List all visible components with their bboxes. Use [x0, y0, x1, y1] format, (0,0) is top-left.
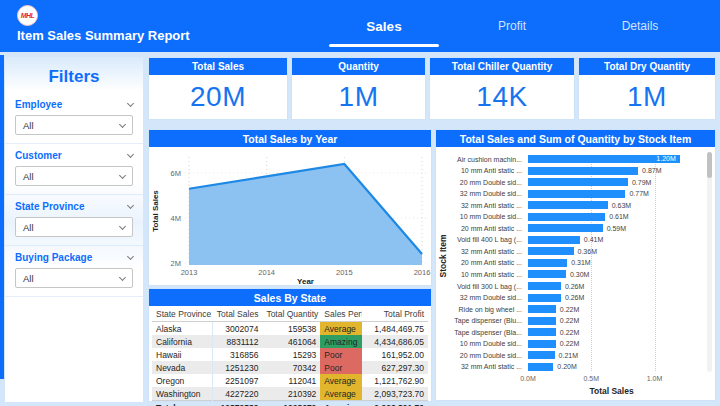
bar-value: 0.26M	[565, 294, 584, 301]
filter-customer-dropdown[interactable]: All	[15, 166, 133, 186]
bar-row: Air cushion machin...1.20M	[528, 155, 695, 163]
table-cell: 461064	[262, 335, 320, 348]
x-tick-label: 2016	[414, 268, 431, 277]
bar-chart-scrollbar-thumb[interactable]	[707, 152, 712, 178]
bar[interactable]	[528, 247, 574, 255]
total-cell: Total	[152, 401, 213, 406]
kpi-quantity[interactable]: Quantity 1M	[291, 57, 426, 120]
tab-details[interactable]: Details	[576, 0, 704, 52]
table-row[interactable]: California8831112461064Amazing4,434,686.…	[152, 335, 428, 348]
chevron-down-icon	[127, 151, 134, 158]
table-body: State ProvinceTotal SalesTotal QuantityS…	[149, 306, 431, 406]
filter-customer-header[interactable]: Customer	[15, 150, 133, 161]
filter-buying-package-header[interactable]: Buying Package	[15, 252, 133, 263]
chevron-down-icon	[119, 171, 126, 178]
bar-chart-plot: Stock Item Air cushion machin...1.20M10 …	[436, 147, 715, 400]
bar[interactable]	[528, 317, 556, 325]
table-row[interactable]: Washington4227220210392Average2,093,723.…	[152, 387, 428, 401]
tab-profit-label: Profit	[498, 19, 526, 33]
bar[interactable]	[528, 340, 556, 348]
table-cell: 316856	[213, 348, 263, 361]
table-row[interactable]: Hawaii31685615293Poor161,952.00	[152, 348, 428, 361]
table-cell: 1251230	[213, 361, 263, 374]
bar-row: 32 mm Anti static ...0.36M	[528, 247, 695, 255]
bar[interactable]	[528, 213, 605, 221]
sales-by-state-table: State ProvinceTotal SalesTotal QuantityS…	[152, 307, 428, 406]
filter-employee-dropdown[interactable]: All	[15, 115, 133, 135]
bar-value: 0.22M	[560, 306, 579, 313]
filter-employee-header[interactable]: Employee	[15, 99, 133, 110]
bar[interactable]	[528, 282, 561, 290]
filter-buying-package-label: Buying Package	[15, 252, 92, 263]
bar-row: 32 mm Double sid...0.77M	[528, 190, 695, 198]
bar[interactable]	[528, 270, 566, 278]
table-cell: 1,121,762.90	[362, 374, 428, 387]
bar-value: 0.30M	[570, 271, 589, 278]
bar-row: 10 mm Double sid...0.22M	[528, 340, 695, 348]
category-label: Tape dispenser (Bla...	[440, 329, 522, 336]
tab-sales[interactable]: Sales	[320, 0, 448, 52]
bar[interactable]	[528, 294, 561, 302]
filter-state-province: State Province All	[5, 195, 143, 246]
dashboard-page: MHL Item Sales Summary Report Sales Prof…	[0, 0, 720, 406]
bar[interactable]	[528, 259, 567, 267]
bar-row: 20 mm Double sid...0.21M	[528, 351, 695, 359]
table-row[interactable]: Nevada125123070342Poor627,297.30	[152, 361, 428, 374]
column-header-state-province[interactable]: State Province	[152, 307, 213, 322]
column-header-total-quantity[interactable]: Total Quantity	[262, 307, 320, 322]
filter-employee-label: Employee	[15, 99, 62, 110]
bar-row: 32 mm Anti static ...0.63M	[528, 201, 695, 209]
category-label: 20 mm Double sid...	[440, 179, 522, 186]
kpi-row: Total Sales 20M Quantity 1M Total Chille…	[148, 57, 716, 120]
bar-x-tick-label: 1.0M	[647, 375, 663, 382]
bar[interactable]	[528, 201, 608, 209]
table-row[interactable]: Alaska3002074159538Average1,484,469.75	[152, 322, 428, 336]
bar-chart-x-axis: 0.0M0.5M1.0M	[528, 375, 695, 385]
bar[interactable]	[528, 305, 556, 313]
filter-buying-package: Buying Package All	[5, 246, 143, 297]
bar-value: 0.26M	[565, 283, 584, 290]
bar[interactable]	[528, 178, 628, 186]
bar-value: 0.63M	[612, 202, 631, 209]
bar[interactable]	[528, 328, 556, 336]
table-cell: 3002074	[213, 322, 263, 336]
bar-row: 20 mm Anti static ...0.31M	[528, 259, 695, 267]
bar-value: 0.77M	[629, 190, 648, 197]
bar-value: 0.21M	[559, 352, 578, 359]
total-sales-by-year-chart: Total Sales by Year 2M4M6M20132014201520…	[148, 129, 432, 286]
filter-state-province-dropdown[interactable]: All	[15, 217, 133, 237]
kpi-chiller-quantity[interactable]: Total Chiller Quantity 14K	[429, 57, 575, 120]
bar-row: 20 mm Anti static ...0.59M	[528, 224, 695, 232]
bar-chart-scrollbar[interactable]	[707, 152, 712, 372]
total-cell: 9,923,891.70	[362, 401, 428, 406]
kpi-chiller-quantity-label: Total Chiller Quantity	[430, 58, 574, 75]
column-header-sales-perf[interactable]: Sales Perf.	[320, 307, 361, 322]
table-row[interactable]: Oregon2251097112041Average1,121,762.90	[152, 374, 428, 387]
bar[interactable]	[528, 167, 638, 175]
bar[interactable]	[528, 224, 603, 232]
bar[interactable]	[528, 236, 580, 244]
kpi-total-sales[interactable]: Total Sales 20M	[148, 57, 288, 120]
bar-value: 0.22M	[560, 317, 579, 324]
kpi-total-sales-value: 20M	[149, 75, 287, 119]
line-chart-plot[interactable]: 2M4M6M2013201420152016YearTotal Sales	[149, 147, 431, 285]
chevron-down-icon	[119, 222, 126, 229]
filter-state-province-header[interactable]: State Province	[15, 201, 133, 212]
sales-perf-cell: Average	[320, 322, 361, 336]
column-header-total-sales[interactable]: Total Sales	[213, 307, 263, 322]
category-label: 32 mm Double sid...	[440, 190, 522, 197]
bar[interactable]	[528, 363, 553, 371]
column-header-total-profit[interactable]: Total Profit	[362, 307, 428, 322]
bar-value: 0.87M	[642, 167, 661, 174]
bar[interactable]	[528, 190, 625, 198]
filter-buying-package-dropdown[interactable]: All	[15, 268, 133, 288]
bar-row: 32 mm Double sid...0.26M	[528, 294, 695, 302]
table-cell: 4227220	[213, 387, 263, 401]
kpi-dry-quantity[interactable]: Total Dry Quantity 1M	[578, 57, 716, 120]
bar-value: 0.22M	[560, 340, 579, 347]
bar[interactable]: 1.20M	[528, 155, 680, 163]
bar[interactable]	[528, 351, 555, 359]
tab-profit[interactable]: Profit	[448, 0, 576, 52]
bar-value: 0.59M	[607, 225, 626, 232]
bar-row: 10 mm Anti static ...0.87M	[528, 167, 695, 175]
